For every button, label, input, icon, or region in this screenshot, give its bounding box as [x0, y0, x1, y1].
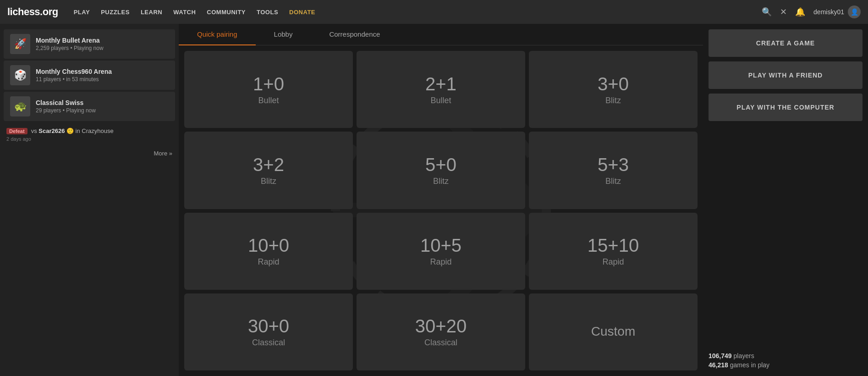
tile-5-0-blitz[interactable]: 5+0 Blitz: [357, 132, 525, 209]
nav-play[interactable]: PLAY: [69, 6, 94, 18]
nav-tools[interactable]: TOOLS: [252, 6, 283, 18]
tournament-item-monthly-bullet[interactable]: 🚀 Monthly Bullet Arena 2,259 players • P…: [4, 29, 175, 59]
tile-label: Rapid: [602, 257, 624, 267]
tabs: Quick pairing Lobby Correspondence: [179, 24, 703, 45]
tournament-meta-classical-swiss: 29 players • Playing now: [36, 107, 96, 114]
notification-icon[interactable]: 🔔: [795, 7, 805, 17]
tile-time: 15+10: [588, 235, 639, 255]
main-nav: PLAY PUZZLES LEARN WATCH COMMUNITY TOOLS…: [69, 6, 751, 18]
header-right: 🔍 ✕ 🔔 demisky01 👤: [762, 6, 861, 18]
tournament-item-monthly-chess960[interactable]: 🎲 Monthly Chess960 Arena 11 players • in…: [4, 61, 175, 90]
tile-label: Blitz: [605, 177, 621, 186]
tab-correspondence[interactable]: Correspondence: [311, 24, 398, 45]
game-variant: Crazyhouse: [82, 127, 113, 134]
tab-lobby[interactable]: Lobby: [256, 24, 311, 45]
nav-puzzles[interactable]: PUZZLES: [96, 6, 134, 18]
tile-30-0-classical[interactable]: 30+0 Classical: [184, 293, 353, 370]
nav-community[interactable]: COMMUNITY: [202, 6, 250, 18]
nav-learn[interactable]: LEARN: [136, 6, 167, 18]
tournament-icon-bullet: 🚀: [10, 34, 30, 54]
tile-time: 5+0: [425, 155, 456, 175]
tournament-item-classical-swiss[interactable]: 🐢 Classical Swiss 29 players • Playing n…: [4, 92, 175, 121]
nav-watch[interactable]: WATCH: [169, 6, 200, 18]
tournament-icon-chess960: 🎲: [10, 65, 30, 85]
username-label: demisky01: [813, 8, 844, 16]
tournament-name-classical-swiss: Classical Swiss: [36, 99, 96, 106]
user-menu[interactable]: demisky01 👤: [813, 6, 861, 18]
nav-donate[interactable]: DONATE: [285, 6, 320, 18]
tile-label: Blitz: [605, 96, 621, 105]
game-grid: 1+0 Bullet 2+1 Bullet 3+0 Blitz 3+2 Blit…: [184, 51, 698, 370]
game-result: Defeat vs Scar2626 🙂 in Crazyhouse: [6, 127, 172, 134]
tile-time: 2+1: [425, 74, 456, 94]
play-computer-button[interactable]: PLAY WITH THE COMPUTER: [709, 94, 863, 121]
challenge-icon[interactable]: ✕: [780, 7, 787, 17]
tile-time: 3+2: [253, 155, 284, 175]
opponent-name[interactable]: Scar2626: [38, 127, 65, 134]
stats-players: 106,749 players 46,218 games in play: [709, 352, 863, 369]
center-content: Quick pairing Lobby Correspondence 1+0 B…: [179, 24, 703, 376]
tile-label: Classical: [252, 338, 285, 348]
tournament-meta-monthly-bullet: 2,259 players • Playing now: [36, 45, 104, 51]
tile-15-10-rapid[interactable]: 15+10 Rapid: [529, 213, 698, 290]
tile-custom-label: Custom: [591, 325, 635, 339]
tile-3-0-blitz[interactable]: 3+0 Blitz: [529, 51, 698, 128]
game-date: 2 days ago: [6, 136, 172, 142]
game-history: Defeat vs Scar2626 🙂 in Crazyhouse 2 day…: [0, 123, 179, 146]
tile-time: 3+0: [598, 74, 629, 94]
tournament-name-monthly-chess960: Monthly Chess960 Arena: [36, 68, 112, 75]
logo[interactable]: lichess.org: [7, 6, 58, 18]
game-grid-wrapper: 1+0 Bullet 2+1 Bullet 3+0 Blitz 3+2 Blit…: [179, 45, 703, 376]
game-result-text: vs Scar2626 🙂 in Crazyhouse: [31, 127, 114, 134]
tile-label: Bullet: [430, 96, 451, 105]
more-link[interactable]: More »: [0, 146, 179, 160]
tournament-meta-monthly-chess960: 11 players • in 53 minutes: [36, 76, 112, 83]
tile-10-0-rapid[interactable]: 10+0 Rapid: [184, 213, 353, 290]
result-badge: Defeat: [6, 128, 27, 134]
tile-time: 30+20: [415, 316, 467, 336]
create-game-button[interactable]: CREATE A GAME: [709, 29, 863, 57]
tile-time: 30+0: [248, 316, 289, 336]
tournament-icon-classical-swiss: 🐢: [10, 96, 30, 116]
tile-30-20-classical[interactable]: 30+20 Classical: [357, 293, 525, 370]
tile-time: 1+0: [253, 74, 284, 94]
games-count: 46,218: [709, 361, 728, 369]
tile-time: 5+3: [598, 155, 629, 175]
tile-custom[interactable]: Custom: [529, 293, 698, 370]
avatar: 👤: [848, 6, 861, 18]
tile-label: Classical: [424, 338, 457, 348]
tile-10-5-rapid[interactable]: 10+5 Rapid: [357, 213, 525, 290]
game-emoji: 🙂: [66, 127, 74, 134]
tournament-name-monthly-bullet: Monthly Bullet Arena: [36, 37, 104, 44]
tile-2-1-bullet[interactable]: 2+1 Bullet: [357, 51, 525, 128]
tile-label: Blitz: [261, 177, 276, 186]
tile-label: Blitz: [433, 177, 449, 186]
search-icon[interactable]: 🔍: [762, 7, 772, 17]
header: lichess.org PLAY PUZZLES LEARN WATCH COM…: [0, 0, 868, 24]
tile-label: Rapid: [258, 257, 279, 267]
play-friend-button[interactable]: PLAY WITH A FRIEND: [709, 61, 863, 89]
sidebar: 🚀 Monthly Bullet Arena 2,259 players • P…: [0, 24, 179, 376]
tab-quick-pairing[interactable]: Quick pairing: [179, 24, 256, 45]
right-panel: CREATE A GAME PLAY WITH A FRIEND PLAY WI…: [703, 24, 868, 376]
stats-area: 106,749 players 46,218 games in play: [709, 345, 863, 370]
players-count: 106,749: [709, 352, 732, 359]
tile-time: 10+0: [248, 235, 289, 255]
tile-label: Rapid: [430, 257, 451, 267]
tile-5-3-blitz[interactable]: 5+3 Blitz: [529, 132, 698, 209]
tile-time: 10+5: [420, 235, 461, 255]
tile-1-0-bullet[interactable]: 1+0 Bullet: [184, 51, 353, 128]
main-layout: 🚀 Monthly Bullet Arena 2,259 players • P…: [0, 24, 868, 376]
tile-label: Bullet: [258, 96, 279, 105]
tile-3-2-blitz[interactable]: 3+2 Blitz: [184, 132, 353, 209]
